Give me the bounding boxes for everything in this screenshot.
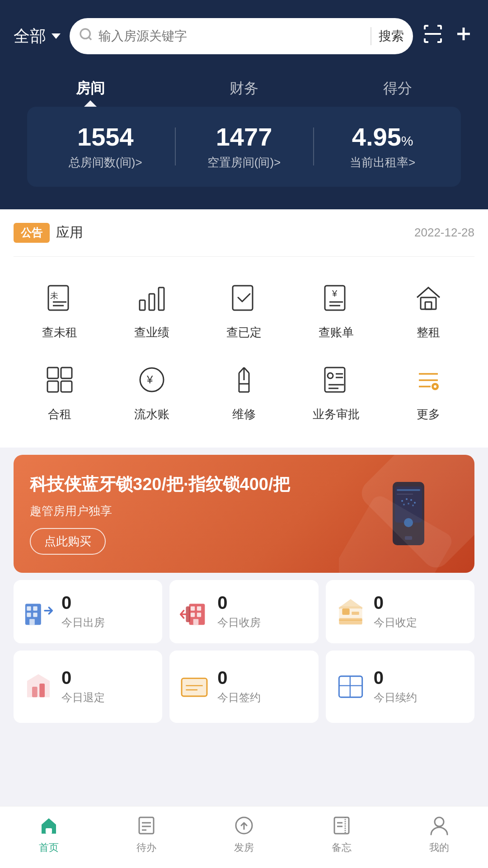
menu-item-check-unrented[interactable]: 未 查未租 [14, 270, 106, 348]
nav-item-todo[interactable]: 待办 [98, 814, 195, 854]
nav-item-profile[interactable]: 我的 [390, 814, 488, 854]
svg-rect-9 [140, 300, 145, 310]
svg-rect-58 [33, 606, 37, 610]
tab-bar: 房间 财务 得分 [0, 68, 488, 107]
stat-card-item3[interactable]: 0 今日续约 [326, 651, 474, 723]
announcement-badge: 公告 [14, 223, 50, 243]
svg-rect-65 [191, 613, 195, 617]
vacant-rooms-label: 空置房间(间)> [175, 155, 314, 170]
chevron-down-icon [52, 33, 61, 39]
today-stats-grid: 0 今日出房 0 今日收房 [0, 580, 488, 643]
search-bar: 搜索 [70, 18, 413, 54]
svg-line-26 [239, 368, 244, 373]
menu-item-check-performance[interactable]: 查业绩 [106, 270, 198, 348]
svg-line-27 [244, 368, 249, 373]
menu-item-business-approval[interactable]: 业务审批 [290, 352, 382, 429]
banner-image [359, 473, 458, 554]
svg-rect-48 [397, 494, 413, 495]
menu-item-more[interactable]: 更多 [382, 352, 474, 429]
svg-rect-20 [61, 368, 72, 378]
search-button[interactable]: 搜索 [379, 28, 404, 45]
svg-point-0 [80, 29, 90, 38]
item3-label: 今日续约 [374, 690, 417, 705]
menu-item-whole-rent[interactable]: 整租 [382, 270, 474, 348]
menu-label-shared-rent: 合租 [48, 406, 71, 422]
divider [14, 256, 474, 257]
svg-rect-74 [32, 687, 38, 697]
checkin-value: 0 [217, 594, 261, 612]
filter-label: 全部 [14, 25, 46, 47]
home-icon [37, 814, 61, 837]
menu-item-repair[interactable]: 维修 [198, 352, 290, 429]
stat-card-item2[interactable]: 0 今日签约 [169, 651, 318, 723]
item2-value: 0 [217, 669, 261, 687]
tab-finance[interactable]: 财务 [167, 68, 321, 107]
stat-total-rooms[interactable]: 1554 总房间数(间)> [36, 123, 175, 170]
menu-item-shared-rent[interactable]: 合租 [14, 352, 106, 429]
stat-card-item1[interactable]: 0 今日退定 [14, 651, 162, 723]
svg-rect-75 [39, 684, 45, 697]
nav-label-publish: 发房 [234, 841, 254, 854]
menu-label-business-approval: 业务审批 [313, 406, 360, 422]
svg-rect-59 [27, 613, 31, 617]
svg-point-49 [401, 500, 403, 502]
svg-rect-87 [334, 817, 349, 834]
checkin-info: 0 今日收房 [217, 594, 261, 630]
banner-buy-button[interactable]: 点此购买 [30, 528, 106, 555]
svg-point-54 [408, 503, 409, 505]
svg-text:未: 未 [50, 291, 58, 300]
svg-rect-17 [421, 297, 436, 309]
svg-point-90 [435, 817, 444, 826]
bills-icon: ¥ [316, 278, 357, 318]
today-stats-grid-2: 0 今日退定 0 今日签约 0 今日续约 [0, 651, 488, 723]
svg-point-55 [412, 505, 414, 506]
announcement-left: 公告 应用 [14, 223, 83, 243]
svg-rect-57 [27, 606, 31, 610]
add-icon[interactable] [453, 23, 474, 49]
svg-rect-12 [233, 286, 253, 310]
menu-label-check-bills: 查账单 [319, 325, 354, 340]
filter-dropdown[interactable]: 全部 [14, 25, 61, 47]
svg-rect-64 [197, 606, 201, 610]
menu-item-check-bills[interactable]: ¥ 查账单 [290, 270, 382, 348]
checkout-value: 0 [61, 594, 105, 612]
announcement-menu-section: 公告 应用 2022-12-28 未 查未租 [0, 209, 488, 448]
checkout-info: 0 今日出房 [61, 594, 105, 630]
svg-rect-11 [159, 288, 164, 310]
todo-icon [135, 814, 158, 837]
svg-point-52 [414, 502, 416, 504]
stat-vacant-rooms[interactable]: 1477 空置房间(间)> [175, 123, 314, 170]
stats-overview-card: 1554 总房间数(间)> 1477 空置房间(间)> 4.95% 当前出租率> [27, 107, 461, 187]
svg-rect-71 [352, 612, 359, 615]
tab-rooms[interactable]: 房间 [14, 68, 167, 107]
memo-icon [330, 814, 353, 837]
nav-item-memo[interactable]: 备忘 [293, 814, 390, 854]
scan-icon[interactable] [422, 23, 444, 49]
stat-rental-rate[interactable]: 4.95% 当前出租率> [313, 123, 452, 170]
item3-info: 0 今日续约 [374, 669, 417, 705]
nav-item-publish[interactable]: 发房 [195, 814, 293, 854]
menu-label-check-confirmed: 查已定 [226, 325, 262, 340]
svg-rect-82 [139, 817, 154, 834]
stat-card-checkout[interactable]: 0 今日出房 [14, 580, 162, 643]
announcement-row: 公告 应用 2022-12-28 [14, 223, 474, 243]
item1-icon [23, 671, 54, 703]
search-input[interactable] [99, 29, 363, 43]
svg-rect-72 [339, 618, 362, 624]
deposit-icon [335, 596, 366, 627]
stat-card-deposit[interactable]: 0 今日收定 [326, 580, 474, 643]
menu-item-flow-account[interactable]: ¥ 流水账 [106, 352, 198, 429]
svg-rect-21 [47, 381, 58, 392]
nav-label-todo: 待办 [136, 841, 156, 854]
banner-title: 科技侠蓝牙锁320/把·指纹锁400/把 [30, 473, 359, 496]
nav-item-home[interactable]: 首页 [0, 814, 98, 854]
item3-value: 0 [374, 669, 417, 687]
svg-point-53 [403, 504, 405, 505]
menu-item-check-confirmed[interactable]: 查已定 [198, 270, 290, 348]
business-approval-icon [316, 359, 357, 400]
svg-point-50 [406, 498, 408, 500]
tab-score[interactable]: 得分 [321, 68, 474, 107]
item3-icon [335, 671, 366, 703]
stat-card-checkin[interactable]: 0 今日收房 [169, 580, 318, 643]
item1-info: 0 今日退定 [61, 669, 105, 705]
